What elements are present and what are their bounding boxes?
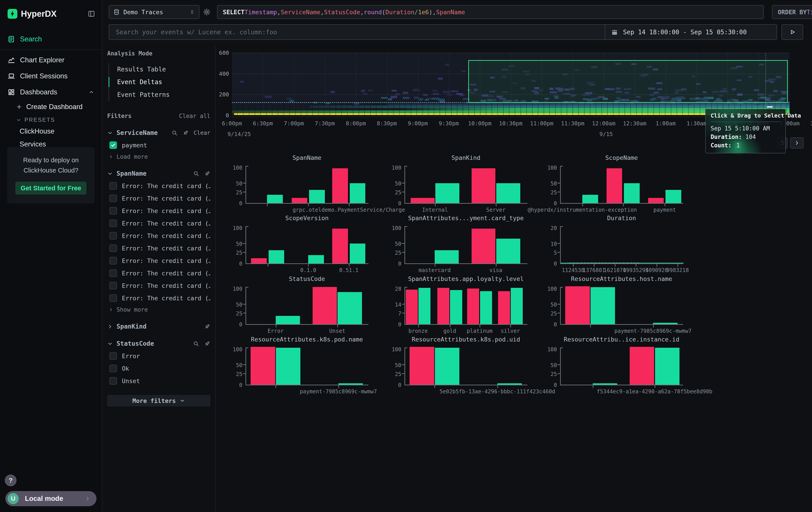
checkbox[interactable]: [109, 377, 117, 385]
chart-x-tick: [435, 264, 435, 267]
heatmap-x-tick-label: 10:00pm: [468, 120, 491, 127]
chart-y-tick-label: 100: [385, 346, 401, 353]
date-range-picker[interactable]: Sep 14 18:00:00 - Sep 15 05:30:00: [605, 24, 777, 40]
hyperdx-logo-icon: [7, 9, 17, 19]
chart-y-tick: [557, 183, 560, 183]
pin-icon[interactable]: [204, 323, 210, 330]
filter-checkbox-item[interactable]: Ok: [109, 365, 210, 372]
collapse-sidebar-icon[interactable]: [88, 10, 95, 18]
sql-select-input[interactable]: SELECT Timestamp, ServiceName, StatusCod…: [217, 5, 764, 19]
analysis-tab-event-deltas[interactable]: Event Deltas: [109, 76, 210, 88]
delta-bar-inlier: [308, 255, 324, 263]
filter-item-label: Error: The credit card (…: [122, 245, 210, 252]
checkbox[interactable]: [109, 141, 117, 149]
load-more-link[interactable]: Load more: [109, 153, 210, 160]
clear-all-filters-button[interactable]: Clear all: [179, 113, 210, 119]
checkbox[interactable]: [109, 269, 117, 277]
filter-checkbox-item[interactable]: Error: The credit card (…: [109, 194, 210, 202]
checkbox[interactable]: [109, 219, 117, 227]
filter-checkbox-item[interactable]: Error: The credit card (…: [109, 207, 210, 215]
filter-group-header[interactable]: StatusCode: [107, 340, 210, 347]
checkbox[interactable]: [109, 365, 117, 372]
filter-item-label: Error: The credit card (…: [122, 208, 210, 214]
more-filters-button[interactable]: More filters: [107, 395, 210, 406]
analysis-tab-event-patterns[interactable]: Event Patterns: [109, 88, 210, 101]
sidebar-item-dashboards[interactable]: Dashboards: [0, 84, 102, 100]
chart-x-tick-label: 0.1.0: [300, 267, 316, 273]
selection-region[interactable]: [468, 60, 788, 103]
clear-filter-button[interactable]: Clear: [194, 130, 210, 136]
pin-icon[interactable]: [204, 170, 210, 177]
checkbox[interactable]: [109, 352, 117, 360]
duration-heatmap[interactable]: [232, 53, 789, 115]
delta-bar-inlier: [590, 287, 615, 324]
heatmap-cell: [388, 98, 393, 100]
chart-y-tick-label: 50: [226, 362, 242, 369]
user-menu[interactable]: U Local mode: [5, 491, 96, 506]
filter-checkbox-item[interactable]: Error: [109, 352, 210, 360]
filter-checkbox-item[interactable]: Error: The credit card (…: [109, 294, 210, 302]
chart-plot: payment-7985c8969c-mwmw7: [245, 348, 369, 385]
filter-checkbox-item[interactable]: Error: The credit card (…: [109, 219, 210, 227]
pin-icon[interactable]: [182, 130, 189, 136]
next-page-button[interactable]: [790, 137, 804, 149]
nav-divider: [0, 49, 102, 50]
filter-checkbox-item[interactable]: Error: The credit card (…: [109, 257, 210, 265]
filter-checkbox-item[interactable]: payment: [109, 141, 210, 149]
filter-group-header[interactable]: SpanKind: [107, 323, 210, 330]
delta-bar-outlier: [251, 347, 275, 385]
checkbox[interactable]: [109, 257, 117, 265]
checkbox[interactable]: [109, 232, 117, 240]
chart-y-tick-label: 20: [541, 225, 557, 231]
filter-group-header[interactable]: ServiceNameClear: [107, 129, 210, 136]
analysis-tab-results-table[interactable]: Results Table: [109, 63, 210, 76]
sidebar-item-client-sessions[interactable]: Client Sessions: [0, 68, 102, 84]
order-by-input[interactable]: ORDER BY Timestamp DESC: [772, 5, 812, 19]
help-button[interactable]: ?: [5, 475, 17, 486]
checkbox[interactable]: [109, 182, 117, 190]
filter-checkbox-item[interactable]: Unset: [109, 377, 210, 385]
chart-x-tick: [435, 204, 436, 206]
heatmap-x-tick-label: 11:30pm: [561, 120, 584, 127]
delta-bar-inlier: [435, 348, 460, 385]
search-icon[interactable]: [193, 170, 199, 177]
crosshair-line: [765, 53, 766, 115]
filter-group-name: ServiceName: [117, 129, 157, 136]
filter-checkbox-item[interactable]: Error: The credit card (…: [109, 232, 210, 240]
search-icon[interactable]: [193, 341, 199, 347]
get-started-button[interactable]: Get Started for Free: [15, 182, 86, 194]
delta-bar-outlier: [648, 198, 664, 203]
checkbox[interactable]: [109, 207, 117, 215]
sidebar-item-chart-explorer[interactable]: Chart Explorer: [0, 52, 102, 68]
chart-plot: ErrorUnset: [245, 287, 369, 325]
pin-icon[interactable]: [204, 341, 210, 347]
run-query-button[interactable]: [782, 24, 803, 40]
chart-y-tick: [402, 252, 404, 253]
filter-group-header[interactable]: SpanName: [107, 170, 210, 177]
search-icon[interactable]: [171, 130, 178, 136]
chart-title: ResourceAttributes.host.name: [560, 275, 683, 282]
search-input[interactable]: [116, 28, 652, 36]
filter-checkbox-item[interactable]: Error: The credit card (…: [109, 282, 210, 289]
checkbox[interactable]: [109, 244, 117, 252]
preset-dashboard-clickhouse[interactable]: ClickHouse: [16, 125, 102, 138]
chart-x-tick-label: 5e02b5fb-13ae-4296-bbbc-111f423c460d: [440, 388, 555, 395]
source-select[interactable]: Demo Traces: [109, 5, 199, 19]
create-dashboard-button[interactable]: Create Dashboard: [16, 100, 102, 113]
filter-checkbox-item[interactable]: Error: The credit card (…: [109, 182, 210, 190]
heatmap-cell: [459, 95, 464, 96]
filter-group-actions: [204, 323, 210, 330]
presets-section-toggle[interactable]: PRESETS: [16, 113, 102, 125]
sidebar-item-search[interactable]: Search: [0, 31, 102, 47]
filter-item-label: payment: [122, 142, 147, 149]
filter-checkbox-item[interactable]: Error: The credit card (…: [109, 244, 210, 252]
checkbox[interactable]: [109, 282, 117, 289]
checkbox[interactable]: [109, 294, 117, 302]
filter-checkbox-item[interactable]: Error: The credit card (…: [109, 269, 210, 277]
chevron-down-icon: [107, 341, 113, 347]
gear-icon[interactable]: [203, 8, 211, 16]
load-more-link[interactable]: Show more: [109, 306, 210, 313]
chart-y-tick-label: 28: [385, 286, 401, 292]
checkbox[interactable]: [109, 194, 117, 202]
chart-y-tick-label: 100: [541, 165, 557, 171]
